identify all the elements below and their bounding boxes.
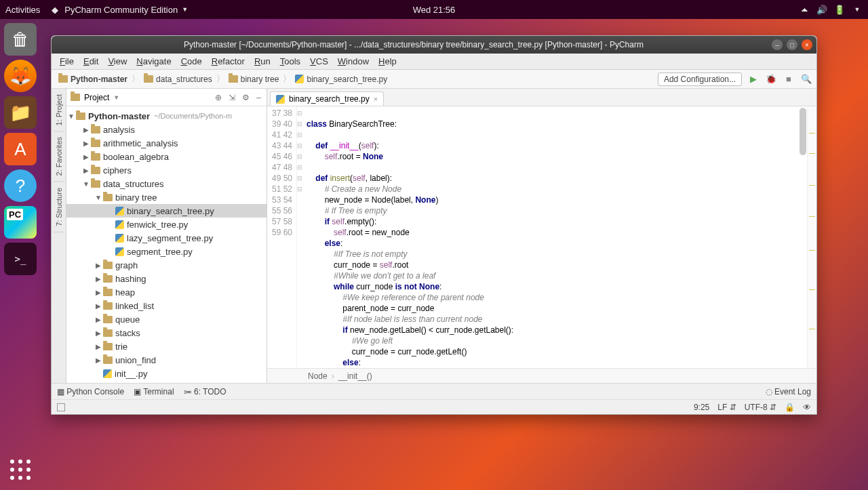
tree-root[interactable]: ▼Python-master~/Documents/Python-m — [66, 109, 267, 123]
menu-refactor[interactable]: Refactor — [208, 55, 249, 68]
disclosure-icon[interactable]: ▼ — [81, 180, 91, 188]
breadcrumb-item[interactable]: Python-master — [56, 75, 130, 84]
terminal-tab[interactable]: ▣ Terminal — [134, 387, 174, 396]
todo-tab[interactable]: ≔ 6: TODO — [184, 387, 226, 396]
tree-item[interactable]: ▶linked_list — [66, 299, 267, 312]
debug-icon[interactable]: 🐞 — [765, 74, 777, 84]
clock[interactable]: Wed 21:56 — [413, 5, 456, 15]
menu-navigate[interactable]: Navigate — [132, 55, 175, 68]
menu-run[interactable]: Run — [250, 55, 275, 68]
inspector-icon[interactable]: 👁 — [803, 403, 811, 412]
disclosure-icon[interactable]: ▶ — [94, 262, 103, 269]
tree-item[interactable]: ▶boolean_algebra — [66, 150, 267, 163]
tree-item[interactable]: lazy_segment_tree.py — [66, 231, 267, 245]
fold-column[interactable]: ⊟ ⊟ ⊟ ⊟ ⊟ ⊟ ⊟ ⊟ — [297, 106, 302, 368]
show-apps-button[interactable] — [7, 456, 34, 483]
breadcrumb-item[interactable]: binary_search_tree.py — [292, 75, 390, 84]
menu-vcs[interactable]: VCS — [306, 55, 332, 68]
tree-item[interactable]: ▶union_find — [66, 353, 267, 367]
window-titlebar[interactable]: Python-master [~/Documents/Python-master… — [52, 36, 816, 54]
battery-icon[interactable]: 🔋 — [834, 4, 845, 15]
terminal-icon[interactable]: >_ — [4, 243, 37, 275]
close-button[interactable]: × — [802, 39, 812, 50]
search-icon[interactable]: 🔍 — [800, 74, 812, 84]
tree-item[interactable]: ▶queue — [66, 312, 267, 326]
target-icon[interactable]: ⊕ — [214, 93, 223, 102]
python-console-tab[interactable]: ▦ Python Console — [57, 387, 124, 396]
menu-file[interactable]: File — [56, 55, 78, 68]
tree-item[interactable]: ▼binary tree — [66, 190, 267, 204]
software-icon[interactable]: A — [4, 133, 37, 165]
breadcrumb-item[interactable]: binary tree — [226, 75, 282, 84]
disclosure-icon[interactable]: ▶ — [94, 302, 103, 310]
chevron-down-icon[interactable]: ▼ — [852, 4, 863, 15]
menu-tools[interactable]: Tools — [276, 55, 304, 68]
menu-code[interactable]: Code — [177, 55, 206, 68]
disclosure-icon[interactable]: ▶ — [81, 126, 91, 134]
tree-item[interactable]: ▶hashing — [66, 272, 267, 285]
code-content[interactable]: class BinarySearchTree: def __init__(sel… — [302, 106, 807, 368]
disclosure-icon[interactable]: ▶ — [94, 289, 103, 296]
event-log-tab[interactable]: ◌ Event Log — [766, 387, 811, 396]
tab-project[interactable]: 1: Project — [54, 89, 64, 131]
disclosure-icon[interactable]: ▶ — [94, 343, 103, 350]
menu-window[interactable]: Window — [334, 55, 373, 68]
tree-item[interactable]: ▶trie — [66, 340, 267, 353]
tree-item[interactable]: ▶analysis — [66, 123, 267, 136]
tree-item[interactable]: init__.py — [66, 367, 267, 380]
tree-item[interactable]: ▶stacks — [66, 326, 267, 340]
project-pane-title[interactable]: Project — [84, 93, 109, 102]
tree-item[interactable]: ▶arithmetic_analysis — [66, 136, 267, 150]
stop-icon[interactable]: ■ — [783, 74, 795, 84]
maximize-button[interactable]: □ — [787, 39, 797, 50]
files-icon[interactable]: 📁 — [4, 96, 37, 129]
project-tree[interactable]: ▼Python-master~/Documents/Python-m▶analy… — [66, 106, 267, 383]
editor-tab[interactable]: binary_search_tree.py × — [270, 91, 384, 106]
code-editor[interactable]: 37 38 39 40 41 42 43 44 45 46 47 48 49 5… — [267, 106, 816, 368]
close-tab-icon[interactable]: × — [374, 95, 378, 103]
caret-position[interactable]: 9:25 — [694, 403, 709, 412]
disclosure-icon[interactable]: ▶ — [94, 275, 103, 283]
tree-item[interactable]: binary_search_tree.py — [66, 204, 267, 218]
disclosure-icon[interactable]: ▶ — [94, 316, 103, 323]
tree-item[interactable]: segment_tree.py — [66, 245, 267, 258]
network-icon[interactable]: ⏶ — [799, 4, 810, 15]
gear-icon[interactable]: ⚙ — [241, 93, 251, 102]
sound-icon[interactable]: 🔊 — [816, 4, 827, 15]
tree-item[interactable]: ▼data_structures — [66, 177, 267, 190]
vertical-scrollbar[interactable] — [800, 108, 806, 364]
chevron-down-icon[interactable]: ▼ — [113, 94, 119, 101]
pycharm-icon[interactable]: PC — [4, 206, 37, 239]
app-menu[interactable]: ◆ PyCharm Community Edition ▼ — [50, 4, 188, 15]
firefox-icon[interactable]: 🦊 — [4, 60, 37, 92]
add-configuration-button[interactable]: Add Configuration... — [658, 73, 742, 86]
hide-icon[interactable]: – — [255, 93, 262, 102]
disclosure-icon[interactable]: ▶ — [94, 329, 103, 337]
menu-view[interactable]: View — [104, 55, 131, 68]
line-separator[interactable]: LF ⇵ — [717, 403, 736, 412]
disclosure-icon[interactable]: ▼ — [94, 194, 103, 201]
menu-edit[interactable]: Edit — [79, 55, 102, 68]
minimize-button[interactable]: – — [772, 39, 783, 50]
tree-item[interactable]: ▶ciphers — [66, 163, 267, 177]
collapse-icon[interactable]: ⇲ — [227, 93, 237, 102]
run-icon[interactable]: ▶ — [747, 74, 760, 84]
disclosure-icon[interactable]: ▶ — [94, 356, 103, 364]
disclosure-icon[interactable]: ▶ — [81, 153, 91, 161]
tree-item[interactable]: fenwick_tree.py — [66, 218, 267, 231]
breadcrumb-item[interactable]: data_structures — [141, 75, 215, 84]
disclosure-icon[interactable]: ▶ — [81, 140, 91, 147]
menu-help[interactable]: Help — [374, 55, 401, 68]
lock-icon[interactable]: 🔒 — [785, 403, 795, 412]
help-icon[interactable]: ? — [4, 169, 37, 202]
tree-item[interactable]: ▶graph — [66, 258, 267, 272]
file-encoding[interactable]: UTF-8 ⇵ — [745, 403, 776, 412]
tree-item[interactable]: ▶heap — [66, 285, 267, 299]
trash-icon[interactable]: 🗑 — [4, 23, 37, 56]
tab-structure[interactable]: 7: Structure — [54, 182, 64, 232]
disclosure-icon[interactable]: ▶ — [81, 167, 91, 174]
tab-favorites[interactable]: 2: Favorites — [54, 131, 64, 182]
error-stripe[interactable] — [807, 106, 816, 368]
status-indicator-icon[interactable] — [57, 403, 65, 411]
activities-button[interactable]: Activities — [5, 5, 40, 15]
